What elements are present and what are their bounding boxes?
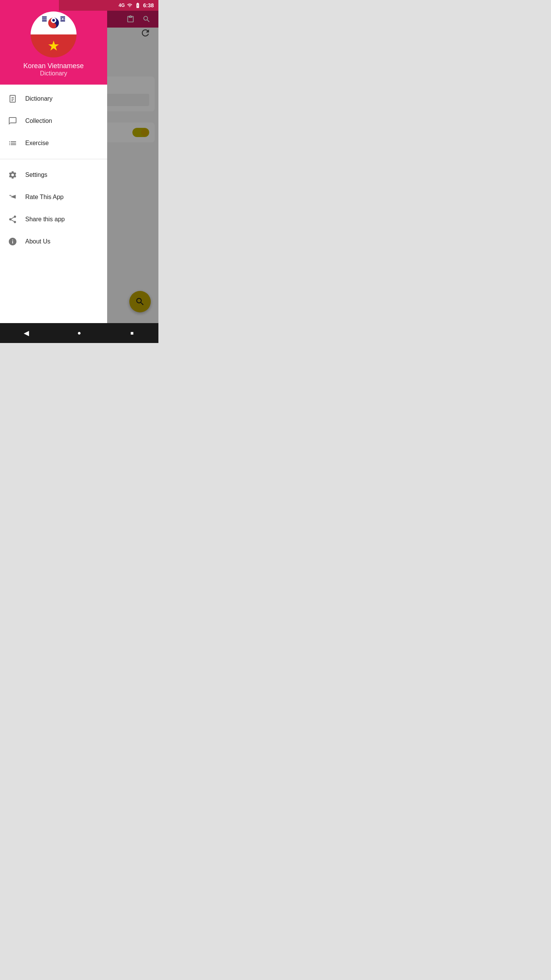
info-icon [8, 237, 18, 247]
chat-icon [8, 116, 18, 126]
svg-rect-0 [42, 16, 47, 18]
gear-icon [8, 170, 18, 180]
menu-label-about: About Us [25, 238, 51, 245]
menu-label-settings: Settings [25, 172, 47, 178]
svg-rect-4 [60, 18, 62, 20]
menu-section-main: Dictionary Collection Exercise [0, 85, 107, 157]
svg-rect-3 [60, 16, 65, 18]
app-logo: ★ [31, 11, 77, 57]
svg-rect-6 [60, 20, 65, 21]
app-title-line2: Dictionary [40, 70, 67, 77]
svg-rect-1 [42, 18, 47, 20]
book-icon [8, 94, 18, 104]
list-icon [8, 138, 18, 148]
menu-label-exercise: Exercise [25, 140, 49, 147]
menu-item-exercise[interactable]: Exercise [0, 132, 107, 154]
drawer-menu: Dictionary Collection Exercise [0, 85, 107, 343]
recents-button[interactable]: ■ [125, 326, 139, 340]
menu-item-collection[interactable]: Collection [0, 110, 107, 132]
battery-icon [135, 2, 141, 8]
vietnam-star: ★ [47, 38, 60, 54]
navigation-drawer: ★ Korean Vietnamese Dictionary Dictionar… [0, 0, 107, 343]
logo-vietnam-flag: ★ [31, 34, 77, 57]
menu-item-dictionary[interactable]: Dictionary [0, 88, 107, 110]
app-title-line1: Korean Vietnamese [23, 62, 84, 70]
menu-item-share[interactable]: Share this app [0, 208, 107, 230]
svg-point-9 [52, 24, 55, 27]
status-bar: 4G 6:38 [59, 0, 158, 11]
menu-item-settings[interactable]: Settings [0, 164, 107, 186]
svg-point-8 [52, 19, 55, 22]
menu-label-rate: Rate This App [25, 194, 64, 201]
svg-rect-5 [63, 18, 65, 20]
share-icon [8, 214, 18, 224]
signal-icon [127, 3, 132, 8]
menu-section-secondary: Settings Rate This App Share this [0, 161, 107, 256]
signal-indicator: 4G [119, 3, 125, 8]
svg-rect-2 [42, 20, 47, 21]
time-display: 6:38 [143, 2, 154, 8]
bottom-navigation: ◀ ● ■ [0, 323, 158, 343]
send-icon [8, 192, 18, 202]
home-button[interactable]: ● [72, 326, 86, 340]
menu-label-dictionary: Dictionary [25, 95, 52, 102]
drawer-header: ★ Korean Vietnamese Dictionary [0, 0, 107, 85]
menu-label-collection: Collection [25, 118, 52, 124]
back-button[interactable]: ◀ [20, 326, 33, 340]
menu-item-rate[interactable]: Rate This App [0, 186, 107, 208]
logo-korean-flag [31, 11, 77, 34]
menu-item-about[interactable]: About Us [0, 230, 107, 253]
menu-divider [0, 159, 107, 159]
menu-label-share: Share this app [25, 216, 65, 223]
